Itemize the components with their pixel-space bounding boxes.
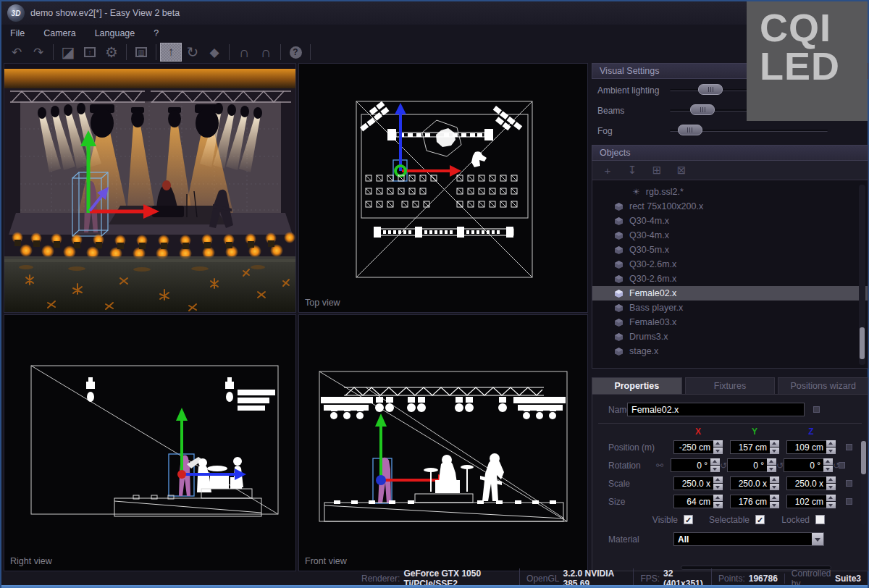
- tab-positions-wizard[interactable]: Positions wizard: [778, 377, 868, 394]
- list-item[interactable]: Q30-4m.x: [592, 214, 868, 228]
- name-row: Name Female02.x: [592, 400, 868, 419]
- list-item[interactable]: Drums3.x: [592, 329, 868, 344]
- properties-scrollbar[interactable]: [861, 438, 866, 525]
- ambient-lighting-label: Ambient lighting: [592, 85, 670, 96]
- link-icon[interactable]: ⚯: [656, 461, 665, 471]
- size-label: Size: [592, 497, 665, 507]
- rotation-z-input[interactable]: 0 °: [784, 458, 833, 472]
- fog-slider[interactable]: [670, 130, 828, 132]
- rotation-label: Rotation: [592, 461, 656, 471]
- fullscreen-icon[interactable]: ◪: [57, 43, 79, 62]
- material-dropdown[interactable]: All: [673, 532, 824, 546]
- undo-icon[interactable]: ↶: [6, 43, 28, 62]
- locked-checkbox[interactable]: [815, 515, 825, 524]
- dropdown-arrow-icon[interactable]: [812, 533, 823, 545]
- menu-camera[interactable]: Camera: [43, 28, 75, 38]
- list-item[interactable]: stage.x: [592, 344, 868, 358]
- toolbar-separator: [310, 44, 311, 60]
- toolbar-separator: [126, 44, 127, 60]
- viewport-top-view[interactable]: Top view: [298, 63, 588, 313]
- list-item[interactable]: Bass player.x: [592, 301, 868, 315]
- material-row: Material All: [592, 530, 868, 548]
- scale-z-input[interactable]: 250.0 x: [786, 476, 836, 490]
- selectable-checkbox[interactable]: ✓: [755, 515, 765, 524]
- scale-tool-icon[interactable]: ◆: [203, 43, 225, 62]
- position-extra-button[interactable]: [846, 444, 852, 450]
- cube-icon: [614, 303, 624, 313]
- viewport-right-view[interactable]: Right view: [4, 314, 296, 571]
- delete-object-icon[interactable]: ⊠: [675, 164, 688, 177]
- size-x-input[interactable]: 64 cm: [673, 495, 723, 508]
- cube-icon: [614, 347, 624, 356]
- wireframe-right-view: [4, 315, 295, 571]
- position-y-input[interactable]: 157 cm: [730, 440, 779, 454]
- rotation-extra-button[interactable]: [839, 462, 845, 469]
- watermark-logo: CQI LED: [747, 1, 868, 121]
- add-object-icon[interactable]: +: [601, 164, 614, 177]
- list-item[interactable]: Q30-4m.x: [592, 228, 868, 243]
- scale-y-input[interactable]: 250.0 x: [730, 476, 779, 490]
- cube-icon: [614, 318, 624, 327]
- toolbar-separator: [53, 44, 54, 60]
- front-view-label: Front view: [305, 556, 347, 566]
- points-value: 196786: [749, 574, 778, 584]
- move-tool-icon[interactable]: ↑: [160, 43, 182, 62]
- settings-gear-icon[interactable]: ⚙: [101, 43, 122, 62]
- help-icon[interactable]: ?: [285, 43, 306, 62]
- axis-y-header: Y: [730, 427, 779, 437]
- scale-x-input[interactable]: 250.0 x: [673, 476, 723, 490]
- add-folder-icon[interactable]: ⊞: [650, 164, 663, 177]
- axis-x-header: X: [673, 427, 723, 437]
- magnet-icon[interactable]: ∩: [233, 43, 255, 62]
- status-bar: Renderer:GeForce GTX 1050 Ti/PCIe/SSE2 O…: [1, 571, 868, 585]
- viewport-3d-camera[interactable]: [4, 63, 296, 313]
- list-item[interactable]: rect 75x100x200.x: [592, 199, 868, 214]
- scale-label: Scale: [592, 479, 665, 489]
- right-view-label: Right view: [10, 556, 52, 566]
- position-z-input[interactable]: 109 cm: [786, 440, 836, 454]
- list-item-selected[interactable]: Female02.x: [592, 286, 868, 301]
- visible-checkbox[interactable]: ✓: [684, 515, 693, 524]
- tab-fixtures[interactable]: Fixtures: [685, 377, 776, 394]
- tab-properties[interactable]: Properties: [592, 377, 682, 394]
- list-item[interactable]: Q30-2.6m.x: [592, 272, 868, 286]
- objects-list: ☀rgb.ssl2.* rect 75x100x200.x Q30-4m.x Q…: [592, 180, 868, 369]
- rotation-y-input[interactable]: 0 °: [727, 458, 776, 472]
- list-item[interactable]: ☀rgb.ssl2.*: [592, 185, 868, 199]
- objects-scrollbar[interactable]: [859, 185, 865, 365]
- scale-extra-button[interactable]: [846, 480, 852, 487]
- properties-panel: Name Female02.x X Y Z Position (m) -250 …: [592, 394, 868, 571]
- menu-file[interactable]: File: [10, 28, 25, 38]
- statistics-icon[interactable]: ▥: [130, 43, 152, 62]
- redo-icon[interactable]: ↷: [28, 43, 49, 62]
- magnet-icon-2[interactable]: ∩: [255, 43, 277, 62]
- title-bar[interactable]: 3D demo show.ev2[*] - Easy View 2 beta: [1, 1, 868, 25]
- list-item[interactable]: Female03.x: [592, 315, 868, 329]
- list-item[interactable]: Q30-5m.x: [592, 243, 868, 257]
- scale-row: Scale 250.0 x 250.0 x 250.0 x: [592, 474, 868, 492]
- toolbar-separator: [229, 44, 230, 60]
- toolbar-separator: [156, 44, 156, 60]
- menu-help[interactable]: ?: [154, 28, 159, 38]
- cube-icon: [614, 332, 624, 342]
- list-item[interactable]: Q30-2.6m.x: [592, 257, 868, 272]
- watermark-line1: CQI: [760, 9, 868, 47]
- size-extra-button[interactable]: [846, 498, 852, 505]
- size-y-input[interactable]: 176 cm: [730, 495, 779, 508]
- position-label: Position (m): [592, 442, 665, 453]
- name-input[interactable]: Female02.x: [627, 403, 805, 416]
- import-object-icon[interactable]: ↧: [626, 164, 639, 177]
- viewport-front-view[interactable]: Front view: [298, 314, 588, 571]
- app-logo-icon: 3D: [7, 4, 25, 22]
- controlled-by-value: Suite3: [835, 574, 861, 584]
- cube-icon: [614, 274, 624, 284]
- open-window-icon[interactable]: ↑: [79, 43, 101, 62]
- rotate-tool-icon[interactable]: ↻: [182, 43, 203, 62]
- menu-language[interactable]: Language: [95, 28, 135, 38]
- position-x-input[interactable]: -250 cm: [673, 440, 723, 454]
- rotation-row: Rotation ⚯ 0 ° ↺ 0 ° ↺ 0 ° ↺: [592, 456, 868, 474]
- cube-icon: [614, 245, 624, 255]
- name-extra-button[interactable]: [813, 406, 820, 413]
- size-z-input[interactable]: 102 cm: [786, 495, 836, 508]
- rotation-x-input[interactable]: 0 °: [671, 458, 720, 472]
